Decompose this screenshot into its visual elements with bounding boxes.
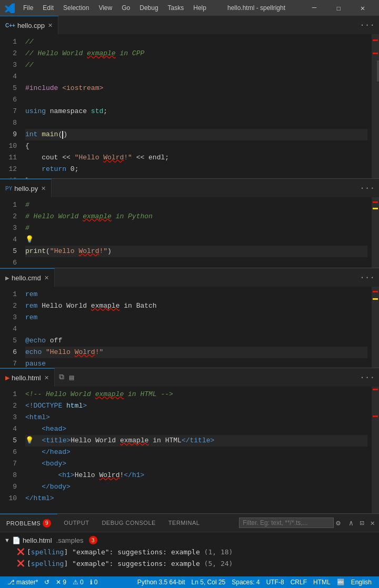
- warnings-count[interactable]: ⚠ 0: [69, 576, 87, 588]
- cpp-tab-more[interactable]: ···: [355, 21, 379, 30]
- html-line-10: </html>: [25, 493, 367, 504]
- html-error-marker-1: [373, 389, 378, 390]
- panel-error-2[interactable]: ❌ [spelling] "exmaple": suggestions: exa…: [4, 557, 375, 569]
- py-code-area[interactable]: 123456 # # Hello World exmaple in Python…: [0, 197, 379, 268]
- menu-tasks[interactable]: Tasks: [164, 3, 188, 13]
- tree-expand-icon: ▼: [4, 537, 10, 543]
- cmd-line-2: rem Hello World exmaple in Batch: [25, 300, 367, 312]
- locale-label: English: [351, 579, 372, 586]
- menu-selection[interactable]: Selection: [59, 3, 93, 13]
- line-ending-label: CRLF: [291, 579, 307, 586]
- panel-collapse-button[interactable]: ∧: [347, 519, 355, 528]
- py-line-6: [25, 257, 367, 268]
- errors-count[interactable]: ✕ 9: [53, 576, 69, 588]
- cmd-line-4: [25, 323, 367, 335]
- py-line-4: 💡: [25, 234, 367, 246]
- encoding[interactable]: UTF-8: [263, 576, 287, 588]
- html-line-5: 💡 <title>Hello World exmaple in HTML</ti…: [25, 435, 367, 447]
- panel-tree-file[interactable]: ▼ 📄 hello.html .samples 3: [4, 534, 375, 546]
- warning-count: 0: [80, 579, 84, 586]
- minimize-button[interactable]: ─: [302, 0, 326, 16]
- position-label: Ln 5, Col 25: [192, 579, 226, 586]
- locale[interactable]: English: [348, 576, 375, 588]
- py-tab-close[interactable]: ✕: [41, 185, 46, 192]
- cpp-line-8: [25, 117, 367, 129]
- cmd-tab-close[interactable]: ✕: [44, 275, 49, 281]
- cpp-line-11: cout << "Hello Wolrd!" << endl;: [25, 152, 367, 164]
- cmd-tab[interactable]: ▶ hello.cmd ✕: [0, 268, 55, 287]
- sync-icon: ↺: [44, 579, 49, 586]
- panel-close-button[interactable]: ✕: [368, 519, 377, 528]
- encoding-label: UTF-8: [266, 579, 284, 586]
- cpp-error-marker-1: [373, 39, 378, 41]
- line-ending[interactable]: CRLF: [287, 576, 310, 588]
- cmd-line-1: rem: [25, 289, 367, 300]
- panel-tab-problems[interactable]: PROBLEMS 9: [0, 514, 57, 532]
- filter-settings-icon[interactable]: ⚙: [336, 519, 340, 528]
- python-version[interactable]: Python 3.5 64-bit: [134, 576, 188, 588]
- spellcheck[interactable]: 🔤: [334, 576, 348, 588]
- py-code-content[interactable]: # # Hello World exmaple in Python # 💡 pr…: [21, 197, 372, 268]
- panel-filter-input[interactable]: [239, 518, 334, 528]
- cpp-tab[interactable]: C++ hello.cpp ✕: [0, 16, 58, 34]
- panel-maximize-button[interactable]: ⊡: [357, 519, 366, 528]
- cpp-line-numbers: 12345 6789 10111213: [0, 34, 21, 178]
- panel-tab-terminal[interactable]: TERMINAL: [162, 514, 206, 532]
- cursor-position[interactable]: Ln 5, Col 25: [188, 576, 229, 588]
- cmd-code-area[interactable]: 1234567 rem rem Hello World exmaple in B…: [0, 287, 379, 368]
- cpp-tab-label: hello.cpp: [17, 22, 45, 29]
- info-count[interactable]: ℹ 0: [87, 576, 101, 588]
- cpp-editor-section: C++ hello.cpp ✕ ··· 12345 6789 10111213 …: [0, 16, 379, 179]
- py-tab-more[interactable]: ···: [355, 184, 379, 193]
- cmd-code-content[interactable]: rem rem Hello World exmaple in Batch rem…: [21, 287, 372, 368]
- html-line-4: <head>: [25, 423, 367, 435]
- error-icon-2: ❌: [17, 560, 25, 567]
- html-line-1: <!-- Hello World exmaple in HTML -->: [25, 389, 367, 400]
- html-tab-close[interactable]: ✕: [44, 374, 49, 381]
- error-icon: ✕: [56, 579, 61, 586]
- cmd-editor-section: ▶ hello.cmd ✕ ··· 1234567 rem rem Hello …: [0, 268, 379, 368]
- html-line-numbers: 12345 678910: [0, 387, 21, 513]
- py-scroll-gutter: [372, 197, 379, 268]
- menu-debug[interactable]: Debug: [135, 3, 162, 13]
- cpp-line-10: {: [25, 140, 367, 152]
- cpp-tab-close[interactable]: ✕: [48, 22, 53, 29]
- editor-layout-button[interactable]: ▤: [67, 373, 76, 382]
- html-code-content[interactable]: <!-- Hello World exmaple in HTML --> <!D…: [21, 387, 372, 513]
- menu-help[interactable]: Help: [189, 3, 211, 13]
- cpp-tab-icon: C++: [5, 23, 15, 28]
- py-tab[interactable]: PY hello.py ✕: [0, 179, 52, 197]
- cmd-line-3: rem: [25, 312, 367, 323]
- panel-tab-output[interactable]: OUTPUT: [57, 514, 95, 532]
- html-tab-more[interactable]: ···: [355, 373, 379, 382]
- sync-button[interactable]: ↺: [41, 576, 53, 588]
- panel-tab-debug-console[interactable]: DEBUG CONSOLE: [95, 514, 162, 532]
- menu-view[interactable]: View: [94, 3, 116, 13]
- html-tab-icon: ▶: [5, 374, 9, 381]
- cmd-line-5: @echo off: [25, 335, 367, 347]
- py-tab-label: hello.py: [14, 185, 38, 192]
- html-scroll-gutter: [372, 387, 379, 513]
- panel-content: ▼ 📄 hello.html .samples 3 ❌ [spelling] "…: [0, 532, 379, 576]
- close-button[interactable]: ✕: [351, 0, 375, 16]
- cmd-tab-more[interactable]: ···: [355, 273, 379, 282]
- language-mode[interactable]: HTML: [310, 576, 334, 588]
- split-editor-button[interactable]: ⧉: [57, 373, 66, 382]
- indentation[interactable]: Spaces: 4: [228, 576, 263, 588]
- menu-go[interactable]: Go: [117, 3, 134, 13]
- cmd-warn-marker: [373, 298, 378, 300]
- cpp-code-content[interactable]: // // Hello World exmaple in CPP // #inc…: [21, 34, 372, 178]
- cpp-code-area[interactable]: 12345 6789 10111213 // // Hello World ex…: [0, 34, 379, 178]
- html-line-3: <html>: [25, 412, 367, 423]
- maximize-button[interactable]: ☐: [326, 0, 351, 16]
- cpp-scroll-gutter: [372, 34, 379, 178]
- git-branch[interactable]: ⎇ master*: [4, 576, 41, 588]
- cpp-scrollbar[interactable]: [377, 60, 379, 82]
- panel-error-1[interactable]: ❌ [spelling] "exmaple": suggestions: exa…: [4, 546, 375, 557]
- menu-edit[interactable]: Edit: [38, 3, 58, 13]
- html-code-area[interactable]: 12345 678910 <!-- Hello World exmaple in…: [0, 387, 379, 513]
- html-tab[interactable]: ▶ hello.html ✕: [0, 368, 55, 387]
- menu-file[interactable]: File: [19, 3, 37, 13]
- html-line-8: <h1>Hello Wolrd!</h1>: [25, 470, 367, 481]
- window-title: hello.html - spellright: [211, 4, 302, 12]
